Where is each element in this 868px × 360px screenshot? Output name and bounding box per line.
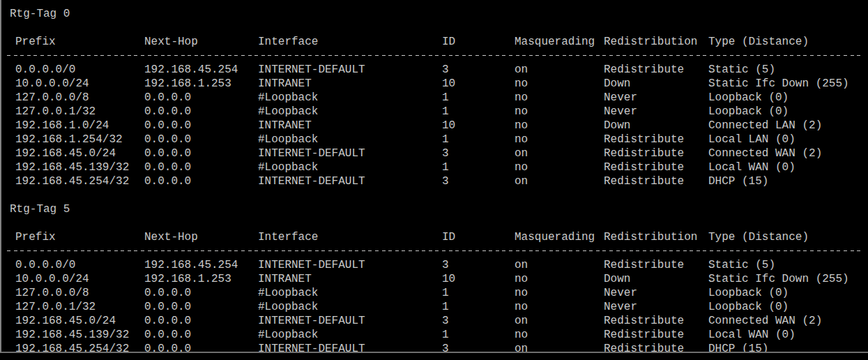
table-row: 10.0.0.0/24192.168.1.253INTRANET10noDown… [1, 77, 868, 91]
table-cell: Loopback (0) [708, 105, 868, 119]
table-cell: no [515, 77, 604, 91]
column-header: Redistribution [604, 230, 708, 244]
table-cell: 1 [442, 133, 515, 147]
column-header: Next-Hop [144, 35, 258, 49]
table-cell: Redistribute [604, 258, 708, 272]
table-cell: #Loopback [258, 300, 442, 314]
table-cell: no [515, 328, 604, 342]
dashed-rule [7, 250, 863, 251]
table-cell: #Loopback [258, 91, 442, 105]
table-cell: 3 [442, 258, 515, 272]
routing-section: Rtg-Tag 5 PrefixNext-HopInterfaceIDMasqu… [1, 202, 868, 353]
table-cell: 192.168.45.254/32 [15, 342, 144, 353]
table-header-row: PrefixNext-HopInterfaceIDMasqueradingRed… [1, 35, 868, 49]
table-row: 192.168.45.0/240.0.0.0INTERNET-DEFAULT3o… [1, 314, 868, 328]
table-cell: no [515, 105, 604, 119]
table-cell: 10.0.0.0/24 [15, 77, 144, 91]
section-title: Rtg-Tag 0 [1, 7, 868, 21]
table-cell: Static Ifc Down (255) [708, 272, 868, 286]
table-cell: 10 [442, 77, 515, 91]
table-cell: Loopback (0) [708, 300, 868, 314]
separator-line [1, 49, 868, 63]
table-cell: 1 [442, 160, 515, 174]
table-cell: Never [604, 300, 708, 314]
table-cell: 10 [442, 272, 515, 286]
table-cell: Down [604, 77, 708, 91]
table-row: 192.168.45.139/320.0.0.0#Loopback1noRedi… [1, 328, 868, 342]
table-cell: 192.168.1.0/24 [15, 119, 144, 133]
table-cell: 1 [442, 328, 515, 342]
table-row: 192.168.45.0/240.0.0.0INTERNET-DEFAULT3o… [1, 147, 868, 160]
table-cell: no [515, 119, 604, 133]
table-cell: Connected WAN (2) [708, 314, 868, 328]
table-cell: Local LAN (0) [708, 133, 868, 147]
table-row: 192.168.45.254/320.0.0.0INTERNET-DEFAULT… [1, 342, 868, 353]
table-cell: 10 [442, 119, 515, 133]
table-cell: Redistribute [604, 147, 708, 160]
table-cell: 0.0.0.0/0 [15, 63, 144, 77]
table-cell: INTERNET-DEFAULT [258, 63, 442, 77]
table-row: 192.168.1.254/320.0.0.0#Loopback1noRedis… [1, 133, 868, 147]
table-cell: INTRANET [258, 77, 442, 91]
table-cell: Redistribute [604, 63, 708, 77]
table-cell: Never [604, 91, 708, 105]
table-cell: 1 [442, 300, 515, 314]
table-cell: 0.0.0.0 [144, 314, 258, 328]
table-cell: 0.0.0.0 [144, 342, 258, 353]
table-cell: Redistribute [604, 342, 708, 353]
table-cell: no [515, 300, 604, 314]
table-cell: 3 [442, 147, 515, 160]
table-cell: Redistribute [604, 133, 708, 147]
table-cell: 0.0.0.0 [144, 147, 258, 160]
table-cell: Redistribute [604, 328, 708, 342]
table-cell: 0.0.0.0/0 [15, 258, 144, 272]
table-cell: 192.168.45.139/32 [15, 328, 144, 342]
table-row: 192.168.45.139/320.0.0.0#Loopback1noRedi… [1, 160, 868, 174]
table-cell: 127.0.0.0/8 [15, 91, 144, 105]
table-cell: no [515, 272, 604, 286]
table-cell: 3 [442, 342, 515, 353]
table-cell: Loopback (0) [708, 91, 868, 105]
table-cell: Redistribute [604, 174, 708, 188]
table-cell: 0.0.0.0 [144, 119, 258, 133]
table-cell: 1 [442, 286, 515, 300]
table-cell: 192.168.45.254 [144, 258, 258, 272]
table-cell: Loopback (0) [708, 286, 868, 300]
table-cell: 0.0.0.0 [144, 286, 258, 300]
table-cell: 192.168.45.254 [144, 63, 258, 77]
column-header: Prefix [15, 230, 144, 244]
table-cell: INTERNET-DEFAULT [258, 147, 442, 160]
table-cell: 0.0.0.0 [144, 133, 258, 147]
table-rows: 0.0.0.0/0192.168.45.254INTERNET-DEFAULT3… [1, 258, 868, 353]
column-header: Prefix [15, 35, 144, 49]
table-row: 0.0.0.0/0192.168.45.254INTERNET-DEFAULT3… [1, 63, 868, 77]
column-header: ID [442, 35, 515, 49]
table-cell: 0.0.0.0 [144, 160, 258, 174]
column-header: Masquerading [515, 35, 604, 49]
table-cell: no [515, 286, 604, 300]
table-cell: Static Ifc Down (255) [708, 77, 868, 91]
table-cell: 0.0.0.0 [144, 91, 258, 105]
table-row: 192.168.45.254/320.0.0.0INTERNET-DEFAULT… [1, 174, 868, 188]
column-header: Interface [258, 230, 442, 244]
column-header: Next-Hop [144, 230, 258, 244]
section-title: Rtg-Tag 5 [1, 202, 868, 216]
table-cell: 0.0.0.0 [144, 300, 258, 314]
table-cell: Local WAN (0) [708, 160, 868, 174]
dashed-rule [7, 55, 863, 56]
table-cell: 0.0.0.0 [144, 174, 258, 188]
table-cell: 192.168.45.0/24 [15, 147, 144, 160]
table-row: 127.0.0.1/320.0.0.0#Loopback1noNeverLoop… [1, 105, 868, 119]
table-cell: DHCP (15) [708, 342, 868, 353]
table-cell: on [515, 63, 604, 77]
table-cell: INTERNET-DEFAULT [258, 174, 442, 188]
column-header: Type (Distance) [708, 230, 868, 244]
table-cell: #Loopback [258, 133, 442, 147]
table-cell: #Loopback [258, 328, 442, 342]
table-cell: no [515, 160, 604, 174]
column-header: Interface [258, 35, 442, 49]
table-cell: on [515, 314, 604, 328]
routing-section: Rtg-Tag 0 PrefixNext-HopInterfaceIDMasqu… [1, 7, 868, 202]
table-cell: 192.168.45.0/24 [15, 314, 144, 328]
table-cell: on [515, 147, 604, 160]
